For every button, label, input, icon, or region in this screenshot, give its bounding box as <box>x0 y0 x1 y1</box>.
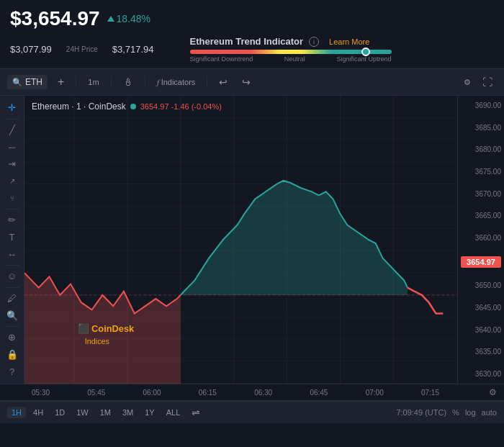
line-tool[interactable]: ╱ <box>3 122 22 138</box>
main-price: $3,654.97 <box>10 7 100 30</box>
bottom-right: 7:09:49 (UTC) % log auto <box>396 408 497 417</box>
pen-tool[interactable]: 🖊 <box>3 291 22 307</box>
redo-button[interactable]: ↪ <box>238 74 255 90</box>
time-label-0715: 07:15 <box>421 389 439 397</box>
add-symbol-button[interactable]: + <box>53 73 68 91</box>
magnet-tool[interactable]: ⊕ <box>3 330 22 346</box>
timeframe-4h[interactable]: 4H <box>29 407 48 418</box>
time-label-0600: 06:00 <box>143 389 161 397</box>
tool-sep-2 <box>5 209 19 209</box>
trend-bar-container: Significant Downtrend Neutral Significan… <box>190 50 392 63</box>
brush-tool[interactable]: ✏ <box>3 212 22 228</box>
price-tick-3660: 3660.00 <box>461 234 501 242</box>
search-icon: 🔍 <box>12 78 22 87</box>
separator-2 <box>111 76 112 88</box>
lock-tool[interactable]: 🔒 <box>3 347 22 363</box>
time-label-0700: 07:00 <box>366 389 384 397</box>
trend-section: Ethereum Trend Indicator i Learn More Si… <box>190 36 392 63</box>
price-tick-3670: 3670.00 <box>461 190 501 198</box>
timeframe-1d[interactable]: 1D <box>50 407 69 418</box>
separator-1 <box>76 76 76 88</box>
timeframe-3m[interactable]: 3M <box>118 407 138 418</box>
compare-button[interactable]: ⇌ <box>187 405 204 420</box>
price-tick-3645: 3645.00 <box>461 304 501 312</box>
price-row: $3,654.97 18.48% <box>10 7 494 30</box>
price-tick-3685: 3685.00 <box>461 124 501 132</box>
time-label-0530: 05:30 <box>32 389 50 397</box>
tool-sep-5 <box>5 326 19 327</box>
stat-low: $3,077.99 <box>10 44 52 55</box>
price-scale: 3690.00 3685.00 3680.00 3675.00 3670.00 … <box>457 96 504 384</box>
stat-label-24h: 24H Price <box>66 45 98 53</box>
stat-high: $3,717.94 <box>112 44 154 55</box>
price-change: 18.48% <box>107 13 150 24</box>
timeframe-1m[interactable]: 1M <box>96 407 115 418</box>
toolbar-right: ⚙ ⛶ <box>459 74 497 90</box>
interval-button[interactable]: 1m <box>84 76 103 89</box>
top-section: $3,654.97 18.48% $3,077.99 24H Price $3,… <box>0 0 504 69</box>
symbol-search[interactable]: 🔍 ETH <box>7 75 48 89</box>
log-toggle[interactable]: log <box>465 408 476 417</box>
separator-4 <box>207 76 207 88</box>
text-tool[interactable]: T <box>3 230 22 245</box>
timeframe-1h[interactable]: 1H <box>7 407 26 418</box>
emoji-tool[interactable]: ☺ <box>3 268 22 284</box>
separator-3 <box>145 76 145 88</box>
current-price-label: 3654.97 <box>461 256 501 268</box>
chart-type-button[interactable]: 🕯 <box>119 74 138 90</box>
price-tick-3675: 3675.00 <box>461 168 501 176</box>
measure-tool[interactable]: ↔ <box>3 246 22 262</box>
live-dot <box>130 104 136 109</box>
price-chart-svg: ⬛ CoinDesk Indices <box>24 96 457 384</box>
chart-ohlc: 3654.97 -1.46 (-0.04%) <box>140 102 222 111</box>
symbol-text: ETH <box>25 77 42 87</box>
fullscreen-button[interactable]: ⛶ <box>478 74 497 90</box>
price-tick-3650: 3650.00 <box>461 281 501 289</box>
indicators-icon: 𝑓 <box>157 78 159 87</box>
crosshair-tool[interactable]: ✛ <box>3 100 22 116</box>
timeframe-1y[interactable]: 1Y <box>140 407 158 418</box>
horizontal-tool[interactable]: ─ <box>3 139 22 155</box>
time-label-0645: 06:45 <box>310 389 328 397</box>
trend-title: Ethereum Trend Indicator <box>190 36 303 47</box>
time-labels: 05:30 05:45 06:00 06:15 06:30 06:45 07:0… <box>32 389 486 397</box>
undo-button[interactable]: ↩ <box>215 74 232 90</box>
chart-title: Ethereum · 1 · CoinDesk <box>32 101 126 112</box>
tool-sep-1 <box>5 119 19 119</box>
left-toolbar: ✛ ╱ ─ ⇥ ↗ ⑂ ✏ T ↔ ☺ 🖊 🔍 ⊕ 🔒 ? <box>0 96 24 384</box>
pitchfork-tool[interactable]: ⑂ <box>3 190 22 206</box>
svg-text:⬛ CoinDesk: ⬛ CoinDesk <box>78 322 135 335</box>
learn-more-link[interactable]: Learn More <box>329 37 369 46</box>
time-label-0545: 05:45 <box>87 389 105 397</box>
help-tool[interactable]: ? <box>3 364 22 379</box>
time-axis: 05:30 05:45 06:00 06:15 06:30 06:45 07:0… <box>0 384 504 401</box>
time-scale-settings-icon[interactable]: ⚙ <box>489 387 497 397</box>
tool-sep-4 <box>5 287 19 288</box>
time-label-0630: 06:30 <box>254 389 272 397</box>
settings-button[interactable]: ⚙ <box>459 74 475 90</box>
chart-header-info: Ethereum · 1 · CoinDesk 3654.97 -1.46 (-… <box>32 101 222 112</box>
percent-toggle[interactable]: % <box>452 408 459 417</box>
timeframe-all[interactable]: ALL <box>162 407 185 418</box>
ray-tool[interactable]: ⇥ <box>3 156 22 172</box>
chart-canvas[interactable]: Ethereum · 1 · CoinDesk 3654.97 -1.46 (-… <box>24 96 457 384</box>
bottom-toolbar: 1H 4H 1D 1W 1M 3M 1Y ALL ⇌ 7:09:49 (UTC)… <box>0 401 504 423</box>
price-tick-3635: 3635.00 <box>461 348 501 356</box>
price-tick-3665: 3665.00 <box>461 212 501 220</box>
price-tick-3640: 3640.00 <box>461 326 501 334</box>
trend-tool[interactable]: ↗ <box>3 173 22 189</box>
zoom-tool[interactable]: 🔍 <box>3 307 22 323</box>
indicators-button[interactable]: 𝑓 Indicators <box>153 76 200 89</box>
timeframe-1w[interactable]: 1W <box>72 407 93 418</box>
price-tick-3680: 3680.00 <box>461 145 501 153</box>
trend-bar-labels: Significant Downtrend Neutral Significan… <box>190 55 392 63</box>
stats-row: $3,077.99 24H Price $3,717.94 Ethereum T… <box>10 36 494 63</box>
auto-toggle[interactable]: auto <box>482 408 497 417</box>
up-arrow-icon <box>107 16 114 22</box>
tool-sep-3 <box>5 265 19 266</box>
chart-toolbar: 🔍 ETH + 1m 🕯 𝑓 Indicators ↩ ↪ ⚙ ⛶ <box>0 69 504 96</box>
chart-area: ✛ ╱ ─ ⇥ ↗ ⑂ ✏ T ↔ ☺ 🖊 🔍 ⊕ 🔒 ? Ethereum ·… <box>0 96 504 384</box>
info-icon[interactable]: i <box>309 37 319 47</box>
time-label-0615: 06:15 <box>199 389 217 397</box>
trend-header: Ethereum Trend Indicator i Learn More <box>190 36 370 47</box>
